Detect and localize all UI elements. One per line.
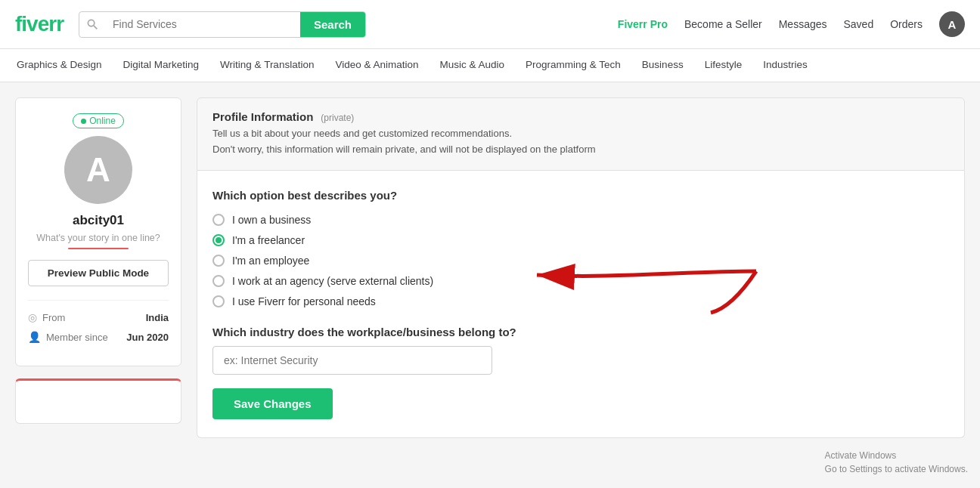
profile-card-bottom [15, 378, 181, 424]
radio-circle-4 [212, 295, 225, 307]
profile-tagline: What's your story in one line? [36, 233, 160, 243]
svg-point-0 [88, 20, 94, 26]
search-button[interactable]: Search [300, 12, 365, 37]
nav-messages[interactable]: Messages [779, 18, 827, 30]
cat-item-video---animation[interactable]: Video & Animation [324, 49, 429, 82]
radio-group: I own a business I'm a freelancer I'm an… [212, 214, 949, 307]
person-icon: 👤 [28, 331, 41, 343]
online-dot [81, 119, 86, 124]
cat-item-lifestyle[interactable]: Lifestyle [694, 49, 753, 82]
cat-item-writing---translation[interactable]: Writing & Translation [209, 49, 324, 82]
cat-item-graphics---design[interactable]: Graphics & Design [6, 49, 113, 82]
nav-become-seller[interactable]: Become a Seller [684, 18, 762, 30]
user-avatar[interactable]: A [939, 11, 965, 37]
question2-title: Which industry does the workplace/busine… [212, 326, 949, 338]
from-label: From [42, 312, 65, 323]
cat-item-programming---tech[interactable]: Programming & Tech [515, 49, 631, 82]
profile-info-title: Profile Information [212, 110, 313, 123]
profile-info-desc-line2: Don't worry, this information will remai… [212, 142, 949, 158]
main-content: Online A abcity01 What's your story in o… [0, 82, 980, 453]
cat-item-business[interactable]: Business [631, 49, 694, 82]
profile-avatar: A [64, 136, 132, 204]
online-badge: Online [73, 113, 124, 128]
radio-label-0: I own a business [232, 214, 311, 226]
radio-label-2: I'm an employee [232, 255, 309, 267]
search-input[interactable] [104, 12, 300, 37]
profile-details: ◎ From India 👤 Member since Jun 2020 [28, 300, 169, 351]
cat-item-digital-marketing[interactable]: Digital Marketing [113, 49, 210, 82]
radio-label-1: I'm a freelancer [232, 234, 305, 246]
radio-personal[interactable]: I use Fiverr for personal needs [212, 295, 949, 307]
right-panel: Profile Information (private) Tell us a … [197, 97, 965, 438]
nav-orders[interactable]: Orders [890, 18, 923, 30]
member-since-row: 👤 Member since Jun 2020 [28, 331, 169, 343]
radio-circle-3 [212, 275, 225, 287]
from-row: ◎ From India [28, 311, 169, 323]
radio-label-4: I use Fiverr for personal needs [232, 295, 376, 307]
member-since-left: 👤 Member since [28, 331, 108, 343]
top-nav: Fiverr Pro Become a Seller Messages Save… [618, 11, 965, 37]
radio-freelancer[interactable]: I'm a freelancer [212, 234, 949, 246]
radio-own-business[interactable]: I own a business [212, 214, 949, 226]
nav-fiverr-pro[interactable]: Fiverr Pro [618, 18, 668, 30]
windows-watermark: Activate Windows Go to Settings to activ… [825, 449, 968, 453]
nav-saved[interactable]: Saved [844, 18, 874, 30]
svg-line-1 [94, 26, 97, 29]
industry-input[interactable] [212, 346, 492, 375]
radio-circle-2 [212, 255, 225, 267]
profile-info-box: Profile Information (private) Tell us a … [197, 97, 965, 171]
radio-agency[interactable]: I work at an agency (serve external clie… [212, 275, 949, 287]
from-left: ◎ From [28, 311, 65, 323]
radio-employee[interactable]: I'm an employee [212, 255, 949, 267]
preview-public-mode-button[interactable]: Preview Public Mode [28, 260, 169, 286]
online-label: Online [89, 116, 116, 126]
save-changes-button[interactable]: Save Changes [212, 388, 333, 419]
location-icon: ◎ [28, 311, 37, 323]
cat-item-music---audio[interactable]: Music & Audio [430, 49, 516, 82]
search-icon [79, 12, 104, 37]
private-label: (private) [321, 113, 354, 123]
windows-line1: Activate Windows [825, 449, 968, 453]
profile-info-desc-line1: Tell us a bit about your needs and get c… [212, 126, 949, 142]
radio-label-3: I work at an agency (serve external clie… [232, 275, 433, 287]
question1-title: Which option best describes you? [212, 189, 949, 202]
fiverr-logo: fiverr [15, 12, 64, 36]
form-panel: Which option best describes you? I own a… [197, 171, 965, 438]
category-nav: Graphics & DesignDigital MarketingWritin… [0, 49, 980, 82]
tagline-underline [68, 248, 129, 249]
header: fiverr Search Fiverr Pro Become a Seller… [0, 0, 980, 49]
profile-username: abcity01 [73, 213, 124, 228]
profile-card: Online A abcity01 What's your story in o… [15, 97, 181, 366]
radio-inner-1 [216, 237, 222, 243]
radio-circle-1 [212, 234, 225, 246]
member-since-label: Member since [46, 332, 108, 343]
member-since-value: Jun 2020 [126, 332, 169, 343]
from-value: India [146, 312, 169, 323]
cat-item-industries[interactable]: Industries [752, 49, 818, 82]
search-bar: Search [79, 11, 366, 38]
radio-circle-0 [212, 214, 225, 226]
profile-info-header: Profile Information (private) [212, 110, 949, 126]
